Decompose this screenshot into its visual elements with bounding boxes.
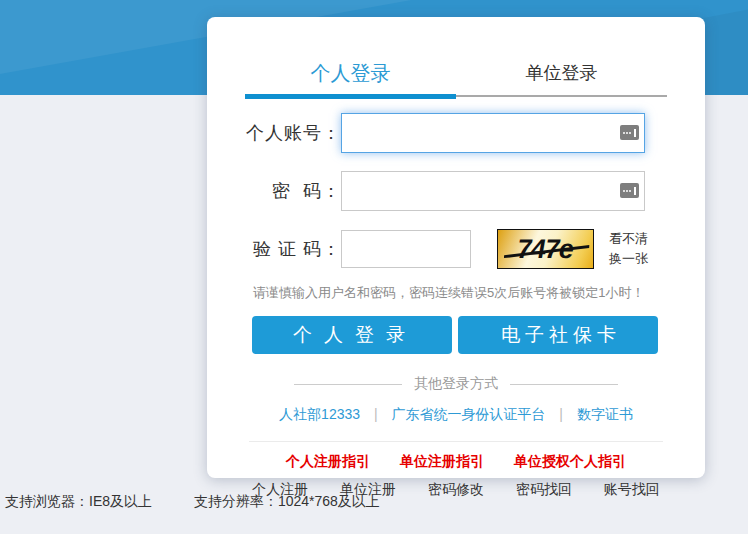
divider-line — [294, 384, 402, 385]
login-form: 个人账号： 密 码： 验 证 码： — [207, 97, 705, 499]
account-label: 个人账号： — [245, 121, 341, 145]
password-field — [341, 171, 645, 211]
captcha-refresh-line2[interactable]: 换一张 — [609, 249, 648, 269]
login-card: 个人登录 单位登录 个人账号： 密 码： — [207, 17, 705, 478]
esocial-card-button[interactable]: 电子社保卡 — [458, 316, 658, 354]
link-password-change[interactable]: 密码修改 — [428, 481, 484, 497]
link-account-recover[interactable]: 账号找回 — [604, 481, 660, 497]
link-separator: | — [549, 406, 573, 422]
login-tabs: 个人登录 单位登录 — [245, 55, 667, 97]
password-label: 密 码： — [245, 179, 341, 203]
alt-login-links: 人社部12333 | 广东省统一身份认证平台 | 数字证书 — [207, 406, 705, 424]
link-personal-register-guide[interactable]: 个人注册指引 — [286, 453, 370, 469]
tab-personal-login-label: 个人登录 — [311, 62, 391, 84]
tab-unit-login-label: 单位登录 — [526, 63, 598, 83]
link-guangdong-unified-auth[interactable]: 广东省统一身份认证平台 — [391, 406, 545, 422]
captcha-refresh-line1[interactable]: 看不清 — [609, 229, 648, 249]
captcha-image[interactable]: 747e — [497, 229, 594, 269]
page-footer: 支持浏览器：IE8及以上 支持分辨率：1024*768及以上 — [5, 493, 418, 511]
active-tab-underline — [245, 94, 456, 99]
password-input[interactable] — [341, 171, 645, 211]
ime-keyboard-icon — [620, 183, 639, 198]
captcha-refresh-link[interactable]: 看不清 换一张 — [609, 229, 648, 269]
password-row: 密 码： — [207, 171, 705, 211]
tab-unit-login[interactable]: 单位登录 — [456, 55, 667, 95]
button-row: 个人登录 电子社保卡 — [207, 316, 705, 354]
link-mohrss-12333[interactable]: 人社部12333 — [279, 406, 360, 422]
card-bottom-divider — [249, 441, 663, 442]
page: 个人登录 单位登录 个人账号： 密 码： — [0, 0, 748, 534]
other-login-label: 其他登录方式 — [414, 375, 498, 393]
link-separator: | — [364, 406, 388, 422]
link-unit-authorize-personal-guide[interactable]: 单位授权个人指引 — [514, 453, 626, 469]
account-input[interactable] — [341, 113, 645, 153]
link-password-recover[interactable]: 密码找回 — [516, 481, 572, 497]
account-field — [341, 113, 645, 153]
browser-support-text: 支持浏览器：IE8及以上 — [5, 493, 152, 509]
captcha-label: 验 证 码： — [245, 237, 341, 261]
resolution-support-text: 支持分辨率：1024*768及以上 — [194, 493, 380, 509]
account-row: 个人账号： — [207, 113, 705, 153]
guide-links-row: 个人注册指引 单位注册指引 单位授权个人指引 — [207, 453, 705, 471]
personal-login-button[interactable]: 个人登录 — [252, 316, 452, 354]
tab-personal-login[interactable]: 个人登录 — [245, 55, 456, 95]
ime-keyboard-icon — [620, 125, 639, 140]
captcha-field — [341, 230, 471, 268]
link-digital-certificate[interactable]: 数字证书 — [577, 406, 633, 422]
divider-line — [510, 384, 618, 385]
captcha-row: 验 证 码： 747e 看不清 换一张 — [207, 229, 705, 269]
login-warning-text: 请谨慎输入用户名和密码，密码连续错误5次后账号将被锁定1小时！ — [253, 284, 705, 302]
captcha-input[interactable] — [341, 230, 471, 268]
captcha-code-text: 747e — [515, 234, 577, 265]
other-login-divider: 其他登录方式 — [207, 375, 705, 393]
link-unit-register-guide[interactable]: 单位注册指引 — [400, 453, 484, 469]
